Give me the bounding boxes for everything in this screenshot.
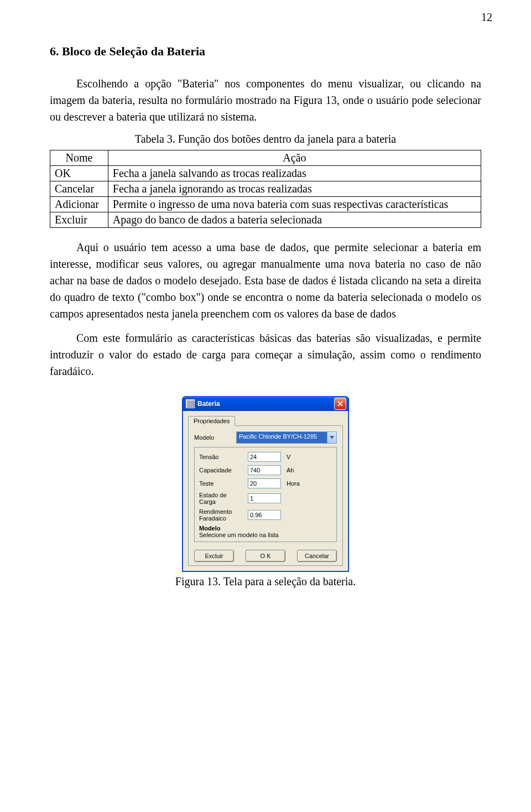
modelo-selected: Pacific Chloride BY/CH-1285 <box>237 432 327 443</box>
capacidade-label: Capacidade <box>199 467 244 473</box>
tensao-input[interactable] <box>248 452 281 462</box>
cancelar-button[interactable]: Cancelar <box>297 550 337 562</box>
tensao-unit: V <box>287 454 290 460</box>
excluir-button[interactable]: Excluir <box>194 550 234 562</box>
figure-caption: Figura 13. Tela para a seleção da bateri… <box>50 575 481 588</box>
page-number: 12 <box>481 11 492 24</box>
paragraph-1: Escolhendo a opção "Bateria" nos compone… <box>50 75 481 125</box>
teste-input[interactable] <box>248 478 281 488</box>
cell-nome: Adicionar <box>50 197 108 212</box>
cell-nome: Excluir <box>50 212 108 228</box>
paragraph-2: Aqui o usuário tem acesso a uma base de … <box>50 239 481 322</box>
cell-nome: Cancelar <box>50 181 108 197</box>
capacidade-input[interactable] <box>248 465 281 475</box>
app-icon <box>186 399 195 408</box>
table-header-acao: Ação <box>108 150 481 166</box>
titlebar[interactable]: Bateria <box>183 397 348 411</box>
table-row: OK Fecha a janela salvando as trocas rea… <box>50 166 481 181</box>
capacidade-unit: Ah <box>287 467 294 473</box>
table-row: Adicionar Permite o ingresso de uma nova… <box>50 197 481 212</box>
tensao-label: Tensão <box>199 454 244 460</box>
cell-acao: Permite o ingresso de uma nova bateria c… <box>108 197 481 212</box>
estado-label: Estado de Carga <box>199 492 244 505</box>
modelo-combobox[interactable]: Pacific Chloride BY/CH-1285 <box>236 431 337 444</box>
teste-unit: Hora <box>287 480 300 487</box>
tab-panel: Modelo Pacific Chloride BY/CH-1285 Tensã… <box>188 425 343 566</box>
paragraph-3: Com este formulário as características b… <box>50 330 481 379</box>
function-table: Nome Ação OK Fecha a janela salvando as … <box>50 150 481 228</box>
fields-group: Tensão V Capacidade Ah Teste Hora <box>194 447 337 542</box>
close-button[interactable] <box>334 398 346 410</box>
modelo-label: Modelo <box>194 434 233 441</box>
window-title: Bateria <box>197 400 334 408</box>
table-caption: Tabela 3. Função dos botões dentro da ja… <box>50 133 481 145</box>
tab-propriedades[interactable]: Propriedades <box>188 416 235 426</box>
section-heading: 6. Bloco de Seleção da Bateria <box>50 44 481 59</box>
rendimento-input[interactable] <box>248 510 281 520</box>
teste-label: Teste <box>199 480 244 487</box>
help-title: Modelo <box>199 525 332 532</box>
table-row: Excluir Apago do banco de dados a bateri… <box>50 212 481 228</box>
estado-input[interactable] <box>248 493 281 503</box>
cell-acao: Apago do banco de dados a bateria seleci… <box>108 212 481 228</box>
cell-nome: OK <box>50 166 108 181</box>
table-row: Cancelar Fecha a janela ignorando as tro… <box>50 181 481 197</box>
rendimento-label: Rendimento Faradaico <box>199 508 244 522</box>
table-header-nome: Nome <box>50 150 108 166</box>
help-text: Selecione um modelo na lista <box>199 532 332 538</box>
close-icon <box>337 401 343 407</box>
bateria-dialog: Bateria Propriedades Modelo Pacific Chlo… <box>182 396 349 572</box>
cell-acao: Fecha a janela ignorando as trocas reali… <box>108 181 481 197</box>
cell-acao: Fecha a janela salvando as trocas realiz… <box>108 166 481 181</box>
ok-button[interactable]: O K <box>246 550 285 562</box>
chevron-down-icon[interactable] <box>327 432 336 443</box>
